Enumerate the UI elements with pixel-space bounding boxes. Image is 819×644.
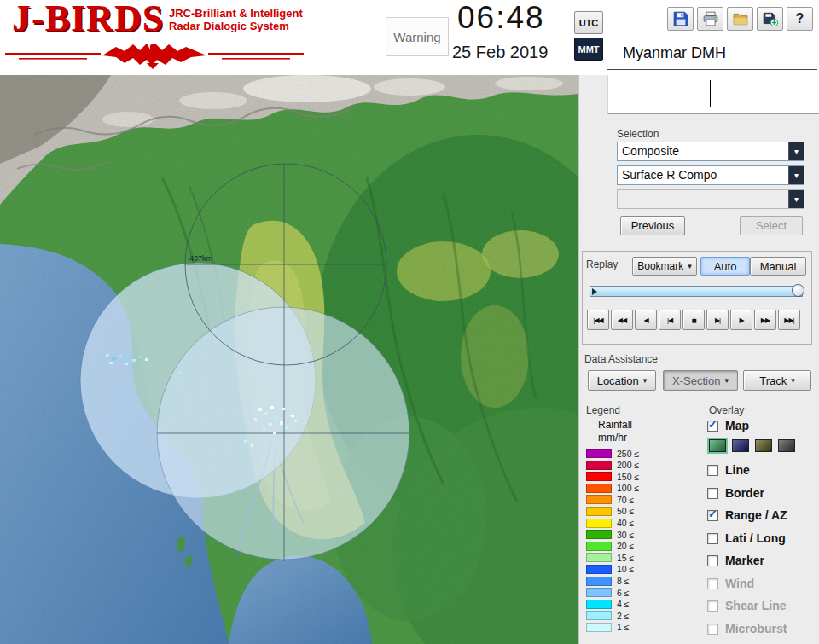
third-dropdown[interactable]: ▾ [617, 189, 804, 209]
legend-row: 100 ≤ [586, 484, 639, 493]
map-scheme-swatch[interactable] [732, 439, 749, 452]
legend-color-swatch [586, 507, 612, 516]
jump-to-start-button[interactable]: |◀◀ [587, 310, 609, 330]
chevron-down-icon[interactable]: ▾ [788, 142, 804, 160]
replay-label: Replay [586, 258, 618, 270]
legend-row: 50 ≤ [586, 507, 639, 516]
print-button[interactable] [697, 7, 723, 31]
legend-color-swatch [586, 577, 612, 586]
checkbox[interactable] [707, 555, 718, 566]
play-reverse-button[interactable]: ◀ [635, 310, 657, 330]
station-name: Myanmar DMH [607, 44, 817, 70]
legend-row: 70 ≤ [586, 495, 639, 504]
radar-map[interactable]: 437km [0, 75, 578, 644]
selection-label: Selection [617, 128, 659, 140]
legend-row: 250 ≤ [586, 449, 639, 458]
auto-button[interactable]: Auto [700, 257, 750, 276]
overlay-item-border[interactable]: Border [707, 485, 764, 501]
open-folder-button[interactable] [727, 7, 753, 31]
stop-button[interactable]: ■ [682, 310, 705, 330]
chevron-down-icon[interactable]: ▾ [788, 166, 804, 184]
rainfall-legend-scale: 250 ≤ 200 ≤ 150 ≤ 100 ≤ 70 ≤ 50 ≤ 40 ≤ 3… [586, 449, 639, 635]
logo-subtitle: JRC-Brilliant & Intelligent Radar Dialog… [169, 7, 303, 32]
jbirds-app: J-BIRDS JRC-Brilliant & Intelligent Rada… [0, 0, 819, 644]
warning-button[interactable]: Warning [386, 17, 449, 56]
map-scheme-swatch[interactable] [709, 439, 726, 452]
checkbox[interactable] [707, 510, 718, 521]
jump-to-end-button[interactable]: ▶▶| [778, 310, 800, 330]
legend-row: 8 ≤ [586, 577, 639, 586]
overlay-item-line[interactable]: Line [707, 462, 750, 478]
overlay-item-map[interactable]: Map [707, 418, 749, 433]
save-new-button[interactable] [757, 7, 783, 31]
utc-button[interactable]: UTC [574, 11, 603, 34]
overlay-item-wind[interactable]: Wind [707, 576, 754, 591]
logo-subtitle-line2: Radar Dialogic System [169, 20, 303, 32]
station-text-input[interactable] [607, 75, 819, 114]
legend-row: 150 ≤ [586, 472, 639, 481]
overlay-item-lati-long[interactable]: Lati / Long [707, 531, 786, 546]
timeline-slider-handle[interactable] [792, 284, 804, 297]
location-button[interactable]: Location ▾ [588, 370, 656, 391]
legend-color-swatch [586, 495, 612, 504]
legend-color-swatch [586, 519, 612, 528]
checkbox[interactable] [707, 465, 718, 476]
mmt-button[interactable]: MMT [574, 38, 603, 61]
timeline-start-marker [592, 288, 597, 295]
checkbox[interactable] [707, 533, 718, 544]
eagle-logo-icon [5, 43, 304, 70]
previous-button[interactable]: Previous [620, 216, 685, 235]
checkbox[interactable] [707, 600, 718, 612]
legend-color-swatch [586, 542, 612, 551]
select-button[interactable]: Select [740, 216, 803, 235]
step-forward-button[interactable]: ▶| [706, 310, 729, 330]
text-caret [710, 80, 711, 107]
composite-dropdown[interactable]: Composite ▾ [617, 142, 804, 161]
clock-date: 25 Feb 2019 [452, 43, 548, 62]
composite-dropdown-value: Composite [622, 142, 679, 160]
step-back-button[interactable]: |◀ [659, 310, 681, 330]
fast-forward-button[interactable]: ▶▶ [754, 310, 776, 330]
legend-row: 15 ≤ [586, 553, 639, 562]
checkbox[interactable] [707, 421, 718, 432]
help-button[interactable]: ? [787, 7, 813, 31]
data-assistance-label: Data Assistance [584, 353, 658, 365]
help-icon: ? [796, 11, 804, 26]
legend-color-swatch [586, 623, 612, 632]
manual-button[interactable]: Manual [750, 257, 806, 276]
replay-group: Replay Bookmark ▾ Auto Manual |◀◀ ◀◀ ◀ |… [582, 251, 812, 345]
save-plus-icon [763, 11, 778, 26]
logo-subtitle-line1: JRC-Brilliant & Intelligent [169, 7, 303, 20]
overlay-item-shear-line[interactable]: Shear Line [707, 598, 787, 613]
map-scheme-swatch[interactable] [755, 439, 772, 452]
surface-dropdown[interactable]: Surface R Compo ▾ [617, 165, 804, 185]
play-button[interactable]: ▶ [730, 310, 752, 330]
overlay-label: Overlay [709, 404, 744, 416]
legend-row: 10 ≤ [586, 565, 639, 574]
checkbox[interactable] [707, 578, 718, 589]
radar-map-canvas[interactable]: 437km [0, 75, 578, 644]
playback-controls: |◀◀ ◀◀ ◀ |◀ ■ ▶| ▶ ▶▶ ▶▶| [587, 310, 800, 330]
map-scheme-swatch[interactable] [778, 439, 795, 452]
chevron-down-icon: ▾ [724, 376, 729, 385]
legend-row: 30 ≤ [586, 530, 639, 539]
replay-timeline-slider[interactable] [590, 286, 803, 297]
legend-row: 20 ≤ [586, 542, 639, 551]
chevron-down-icon[interactable]: ▾ [788, 190, 804, 208]
checkbox[interactable] [707, 624, 718, 635]
overlay-item-microburst[interactable]: Microburst [707, 621, 787, 636]
track-button[interactable]: Track ▾ [743, 370, 811, 391]
chevron-down-icon: ▾ [791, 376, 795, 385]
overlay-item-marker[interactable]: Marker [707, 553, 764, 568]
legend-row: 200 ≤ [586, 461, 639, 470]
x-section-button[interactable]: X-Section ▾ [663, 370, 738, 391]
overlay-item-range-az[interactable]: Range / AZ [707, 508, 787, 523]
control-panel: Selection Composite ▾ Surface R Compo ▾ … [578, 75, 819, 644]
legend-row: 4 ≤ [586, 600, 639, 609]
rewind-button[interactable]: ◀◀ [611, 310, 633, 330]
checkbox[interactable] [707, 488, 718, 499]
legend-color-swatch [586, 588, 612, 597]
bookmark-button[interactable]: Bookmark ▾ [632, 257, 697, 276]
save-icon [673, 11, 688, 26]
save-button[interactable] [667, 7, 694, 31]
